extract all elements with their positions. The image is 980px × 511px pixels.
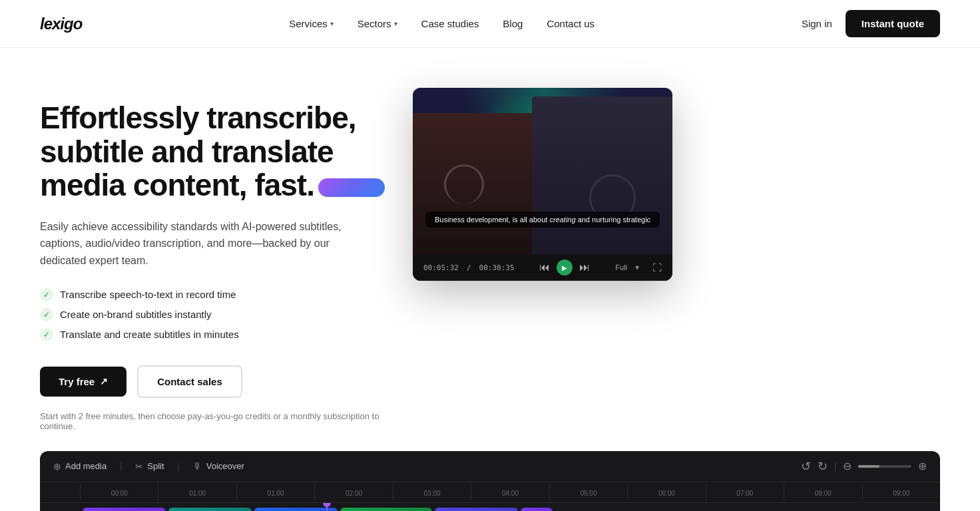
timeline-section: ⊕ Add media | ✂ Split | 🎙 Voiceover ↺ ↻ … (0, 451, 980, 511)
nav-item-contact[interactable]: Contact us (547, 18, 595, 29)
zoom-slider-fill (858, 465, 879, 468)
instant-quote-button[interactable]: Instant quote (846, 10, 940, 37)
clip-5[interactable]: T Absolutely. So ... (435, 508, 518, 511)
add-media-button[interactable]: ⊕ Add media (53, 461, 107, 472)
quality-label: Full (615, 263, 627, 271)
undo-button[interactable]: ↺ (801, 459, 811, 474)
zoom-slider[interactable] (858, 465, 911, 468)
podcast-scene (413, 88, 672, 254)
hero-content: Effortlessly transcribe, subtitle and tr… (40, 88, 386, 431)
clip-1[interactable]: T welcome to the ... (83, 508, 166, 511)
nav-item-services[interactable]: Services ▾ (289, 18, 334, 29)
external-link-icon: ↗ (100, 376, 108, 387)
hero-footnote: Start with 2 free minutes, then choose p… (40, 411, 386, 431)
ruler-offset (40, 482, 80, 502)
timeline-container: ⊕ Add media | ✂ Split | 🎙 Voiceover ↺ ↻ … (40, 451, 940, 511)
hero-features-list: ✓ Transcribe speech-to-text in record ti… (40, 288, 386, 341)
logo[interactable]: lexigo (40, 14, 82, 34)
time-total: 00:30:35 (479, 263, 515, 272)
timeline-tracks: T 🔒 👁 T welcome to the ... T Thank you, … (40, 503, 940, 511)
ruler-marks: 00:00 01:00 01:00 02:00 03:00 04:00 05:0… (80, 484, 940, 500)
separator-3: | (834, 462, 836, 471)
timeline-toolbar: ⊕ Add media | ✂ Split | 🎙 Voiceover ↺ ↻ … (40, 451, 940, 482)
check-icon-2: ✓ (40, 308, 53, 321)
chevron-down-icon: ▾ (394, 20, 397, 27)
ruler-mark-1: 01:00 (158, 484, 236, 500)
clip-6[interactable]: T Th... (521, 508, 553, 511)
video-controls: 00:05:32 / 00:30:35 ⏮ ▶ ⏭ Full ▾ ⛶ (413, 254, 672, 281)
chevron-down-icon: ▾ (330, 20, 334, 27)
nav-item-blog[interactable]: Blog (503, 18, 523, 29)
contact-sales-button[interactable]: Contact sales (137, 365, 242, 398)
feature-item-2: ✓ Create on-brand subtitles instantly (40, 308, 386, 321)
plus-icon: ⊕ (53, 461, 61, 472)
playback-controls: ⏮ ▶ ⏭ (539, 259, 590, 275)
ruler-mark-7: 06:00 (627, 484, 705, 500)
nav-actions: Sign in Instant quote (802, 10, 940, 37)
separator-1: | (120, 462, 122, 471)
time-separator: / (467, 263, 471, 272)
headphone-left (444, 164, 484, 204)
hero-heading: Effortlessly transcribe, subtitle and tr… (40, 101, 386, 202)
hero-section: Effortlessly transcribe, subtitle and tr… (0, 48, 980, 431)
mic-icon: 🎙 (193, 461, 202, 472)
check-icon-1: ✓ (40, 288, 53, 301)
fullscreen-button[interactable]: ⛶ (652, 262, 662, 273)
toolbar-right-controls: ↺ ↻ | ⊖ ⊕ (801, 459, 927, 474)
timeline-ruler: 00:00 01:00 01:00 02:00 03:00 04:00 05:0… (40, 482, 940, 503)
ruler-mark-8: 07:00 (706, 484, 784, 500)
redo-button[interactable]: ↻ (818, 459, 828, 474)
clip-3[interactable]: T John, let's start ... (254, 508, 338, 511)
ruler-mark-9: 08:00 (784, 484, 861, 500)
signin-link[interactable]: Sign in (802, 18, 832, 29)
zoom-in-button[interactable]: ⊕ (918, 460, 927, 472)
time-current: 00:05:32 (423, 263, 459, 272)
hero-subtext: Easily achieve accessibility standards w… (40, 218, 360, 269)
nav-links: Services ▾ Sectors ▾ Case studies Blog C… (289, 18, 595, 29)
track-lane-1: T welcome to the ... T Thank you, sarah … (80, 503, 940, 511)
subtitle-overlay: Business development, is all about creat… (425, 212, 660, 228)
video-preview: Business development, is all about creat… (413, 88, 672, 281)
clip-2[interactable]: T Thank you, sarah ... (168, 508, 252, 511)
hero-buttons: Try free ↗ Contact sales (40, 365, 386, 398)
navbar: lexigo Services ▾ Sectors ▾ Case studies… (0, 0, 980, 48)
track-labels: T 🔒 👁 (40, 503, 80, 511)
playhead[interactable] (326, 503, 328, 511)
skip-back-button[interactable]: ⏮ (539, 261, 550, 273)
person-right-silhouette (532, 96, 672, 255)
ruler-mark-0: 00:00 (80, 484, 158, 500)
playhead-head (323, 503, 331, 507)
feature-item-1: ✓ Transcribe speech-to-text in record ti… (40, 288, 386, 301)
nav-item-case-studies[interactable]: Case studies (421, 18, 479, 29)
skip-forward-button[interactable]: ⏭ (579, 261, 590, 273)
check-icon-3: ✓ (40, 328, 53, 341)
ruler-mark-4: 03:00 (393, 484, 471, 500)
ruler-mark-2: 01:00 (236, 484, 314, 500)
zoom-out-button[interactable]: ⊖ (843, 460, 852, 472)
ruler-mark-6: 05:00 (549, 484, 627, 500)
separator-2: | (178, 462, 180, 471)
nav-item-sectors[interactable]: Sectors ▾ (358, 18, 397, 29)
hero-video-area: Business development, is all about creat… (413, 88, 679, 281)
video-frame: Business development, is all about creat… (413, 88, 672, 254)
ruler-mark-10: 09:00 (862, 484, 940, 500)
split-button[interactable]: ✂ Split (135, 461, 164, 472)
scissors-icon: ✂ (135, 461, 143, 472)
squiggle-decoration (318, 178, 385, 197)
try-free-button[interactable]: Try free ↗ (40, 367, 126, 397)
voiceover-button[interactable]: 🎙 Voiceover (193, 461, 244, 472)
clip-4[interactable]: T Business development ... (340, 508, 432, 511)
ruler-mark-5: 04:00 (471, 484, 549, 500)
play-button[interactable]: ▶ (557, 259, 573, 275)
ruler-mark-3: 02:00 (314, 484, 392, 500)
feature-item-3: ✓ Translate and create subtitles in minu… (40, 328, 386, 341)
chevron-quality-icon: ▾ (635, 263, 639, 272)
